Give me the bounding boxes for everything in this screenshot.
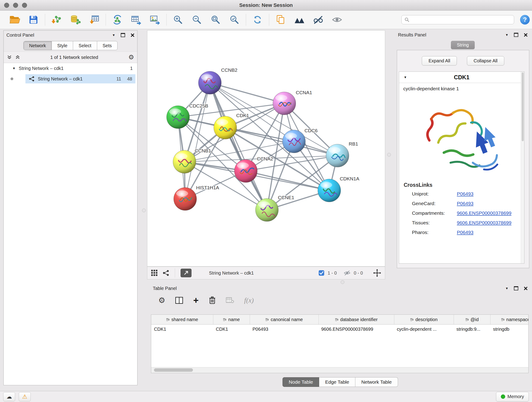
- zoom-in-button[interactable]: [172, 13, 184, 26]
- column-header[interactable]: @id: [454, 315, 490, 325]
- hidden-eye-slash-icon[interactable]: [344, 269, 351, 276]
- export-table-button[interactable]: [130, 13, 143, 26]
- function-builder-icon[interactable]: f(x): [244, 296, 254, 304]
- memory-button[interactable]: Memory: [496, 392, 529, 402]
- results-float-icon[interactable]: [514, 33, 518, 37]
- network-node-CCNA2[interactable]: [234, 160, 257, 182]
- network-edge[interactable]: [185, 83, 210, 199]
- network-edge[interactable]: [210, 83, 267, 210]
- tab-string[interactable]: String: [451, 41, 475, 49]
- table-hscrollbar-thumb[interactable]: [154, 368, 193, 372]
- tab-style[interactable]: Style: [51, 41, 73, 50]
- results-scrollbar[interactable]: [521, 72, 524, 263]
- left-splitter-handle[interactable]: [142, 209, 146, 212]
- network-node-CCNB1[interactable]: [173, 150, 196, 173]
- network-edge[interactable]: [225, 128, 337, 156]
- zoom-selected-button[interactable]: [228, 13, 241, 26]
- network-node-CDK1[interactable]: [214, 116, 237, 139]
- search-input[interactable]: [411, 17, 511, 23]
- network-node-CDKN1A[interactable]: [318, 179, 341, 202]
- share-view-icon[interactable]: [162, 269, 169, 276]
- table-hscrollbar[interactable]: [151, 367, 528, 373]
- expand-all-button[interactable]: Expand All: [422, 56, 457, 65]
- cell-id[interactable]: stringdb:9...: [454, 325, 490, 334]
- network-node-CCNA1[interactable]: [273, 92, 296, 115]
- add-column-icon[interactable]: +: [193, 296, 198, 305]
- refresh-button[interactable]: [251, 13, 264, 26]
- network-node-CCNE1[interactable]: [255, 198, 278, 221]
- tab-network-table[interactable]: Network Table: [355, 377, 398, 387]
- protein-card-header[interactable]: ▼ CDK1: [399, 72, 524, 83]
- results-close-icon[interactable]: [524, 33, 528, 37]
- cell-name[interactable]: CDK1: [213, 325, 250, 334]
- pan-crosshair-icon[interactable]: [373, 269, 381, 277]
- network-options-gear-icon[interactable]: ⚙: [128, 54, 134, 61]
- show-graphics-details-button[interactable]: [331, 13, 343, 26]
- zoom-fit-button[interactable]: [209, 13, 222, 26]
- cell-database-identifier[interactable]: 9606.ENSP00000378699: [318, 325, 394, 334]
- cloud-button[interactable]: ☁: [3, 392, 15, 401]
- network-node-CDC6[interactable]: [283, 130, 305, 153]
- column-header[interactable]: canonical name: [250, 315, 318, 325]
- right-splitter-handle[interactable]: [387, 153, 391, 157]
- import-network-file-button[interactable]: [50, 13, 63, 26]
- table-options-gear-icon[interactable]: ⚙: [158, 296, 165, 304]
- network-row-selected[interactable]: String Network – cdk1 11 48: [25, 74, 135, 83]
- crosslink-link[interactable]: 9606.ENSP00000378699: [457, 220, 511, 225]
- show-columns-icon[interactable]: [175, 297, 183, 304]
- collapse-all-button[interactable]: Collapse All: [467, 56, 504, 65]
- expand-all-icon[interactable]: [7, 55, 12, 60]
- table-menu-icon[interactable]: ▼: [505, 287, 508, 290]
- protein-expander-icon[interactable]: ▼: [404, 75, 407, 79]
- delete-table-icon[interactable]: [226, 297, 234, 304]
- network-node-HIST1H1A[interactable]: [174, 187, 196, 211]
- help-button[interactable]: ?: [520, 15, 530, 25]
- tab-sets[interactable]: Sets: [97, 41, 117, 50]
- table-float-icon[interactable]: [514, 286, 518, 290]
- tab-select[interactable]: Select: [73, 41, 97, 50]
- window-close-button[interactable]: [4, 3, 9, 8]
- network-collection-row[interactable]: ▼ String Network – cdk1 1: [4, 63, 137, 74]
- network-row[interactable]: String Network – cdk1 11 48: [4, 74, 137, 84]
- tab-edge-table[interactable]: Edge Table: [319, 377, 355, 387]
- cell-namespace[interactable]: stringdb: [490, 325, 529, 334]
- crosslink-link[interactable]: P06493: [457, 191, 473, 197]
- tab-network[interactable]: Network: [24, 41, 51, 50]
- results-scrollbar-thumb[interactable]: [522, 72, 524, 141]
- collapse-all-icon[interactable]: [15, 55, 20, 60]
- window-zoom-button[interactable]: [22, 3, 27, 8]
- column-header[interactable]: namespace: [490, 315, 529, 325]
- import-network-database-button[interactable]: [69, 13, 82, 26]
- panel-menu-icon[interactable]: ▼: [112, 33, 115, 37]
- new-network-button[interactable]: [111, 13, 124, 26]
- cell-canonical-name[interactable]: P06493: [250, 325, 318, 334]
- window-minimize-button[interactable]: [13, 3, 18, 8]
- close-panel-icon[interactable]: [131, 33, 134, 37]
- import-table-button[interactable]: [88, 13, 101, 26]
- column-header[interactable]: description: [394, 315, 454, 325]
- overview-button[interactable]: [293, 13, 306, 26]
- crosslink-link[interactable]: 9606.ENSP00000378699: [457, 211, 511, 216]
- detach-view-button[interactable]: [181, 269, 191, 277]
- zoom-out-button[interactable]: [190, 13, 203, 26]
- table-row[interactable]: CDK1 CDK1 P06493 9606.ENSP00000378699 cy…: [151, 325, 529, 334]
- bottom-splitter-handle[interactable]: [341, 280, 344, 284]
- crosslink-link[interactable]: P06493: [457, 230, 473, 235]
- cell-description[interactable]: cyclin-dependent ...: [394, 325, 454, 334]
- network-node-RB1[interactable]: [326, 144, 349, 167]
- column-header[interactable]: name: [213, 315, 250, 325]
- network-node-CDC25B[interactable]: [167, 106, 190, 128]
- collection-expander-icon[interactable]: ▼: [12, 66, 16, 70]
- warnings-button[interactable]: ⚠: [19, 392, 31, 401]
- crosslink-link[interactable]: P06493: [457, 201, 473, 206]
- selected-checkbox-icon[interactable]: [318, 270, 324, 276]
- float-panel-icon[interactable]: [121, 33, 125, 37]
- results-menu-icon[interactable]: ▼: [505, 33, 508, 37]
- cell-shared-name[interactable]: CDK1: [151, 325, 213, 334]
- grid-view-icon[interactable]: [151, 269, 158, 276]
- tab-node-table[interactable]: Node Table: [283, 377, 319, 387]
- save-session-button[interactable]: [27, 13, 40, 26]
- delete-column-trash-icon[interactable]: [209, 296, 216, 304]
- table-close-icon[interactable]: [524, 287, 528, 290]
- network-graph[interactable]: CCNB2CCNA1CDC25BCDK1CDC6RB1CCNB1CCNA2CDK…: [147, 31, 385, 266]
